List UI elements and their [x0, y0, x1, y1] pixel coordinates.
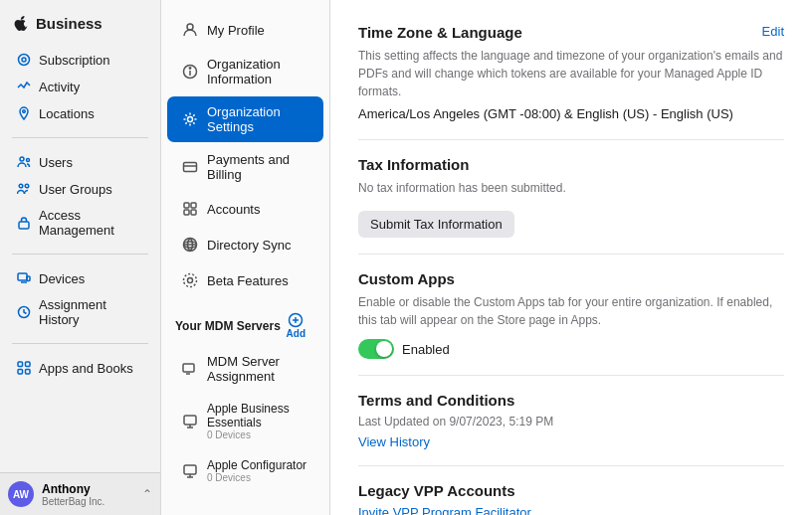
legacy-vpp-title: Legacy VPP Accounts [358, 482, 515, 499]
mdm-server-assignment-icon [181, 360, 199, 378]
svg-point-4 [27, 159, 30, 162]
user-name: Anthony [42, 482, 104, 496]
middle-item-organization-info[interactable]: Organization Information [167, 49, 323, 94]
middle-item-apple-business-essentials[interactable]: Apple Business Essentials 0 Devices [167, 394, 323, 448]
svg-point-0 [19, 55, 30, 66]
locations-icon [16, 105, 32, 121]
svg-rect-14 [26, 370, 31, 375]
users-icon [16, 154, 32, 170]
middle-item-apple-configurator[interactable]: Apple Configurator 0 Devices [167, 450, 323, 491]
submit-tax-button[interactable]: Submit Tax Information [358, 211, 514, 238]
divider-4 [358, 465, 784, 466]
timezone-description: This setting affects the language and ti… [358, 47, 784, 100]
apps-books-icon [16, 360, 32, 376]
svg-rect-36 [184, 416, 196, 425]
svg-point-2 [23, 110, 26, 113]
sidebar-item-user-groups[interactable]: User Groups [4, 176, 156, 202]
svg-rect-23 [191, 203, 196, 208]
svg-rect-11 [18, 362, 23, 367]
middle-item-mdm-server-assignment[interactable]: MDM Server Assignment [167, 346, 323, 392]
legacy-vpp-header: Legacy VPP Accounts [358, 482, 784, 499]
middle-panel: My Profile Organization Information Orga… [161, 0, 330, 515]
middle-item-payments-billing[interactable]: Payments and Billing [167, 144, 323, 190]
main-content: Time Zone & Language Edit This setting a… [330, 0, 812, 515]
svg-point-5 [19, 184, 23, 188]
view-history-link[interactable]: View History [358, 434, 430, 449]
subscription-icon [16, 52, 32, 68]
divider-2 [358, 254, 784, 255]
svg-point-1 [22, 58, 26, 62]
svg-rect-34 [183, 364, 194, 372]
custom-apps-toggle[interactable] [358, 339, 394, 359]
svg-rect-8 [18, 273, 27, 280]
sidebar-divider-2 [12, 254, 148, 255]
access-management-icon [16, 215, 32, 231]
apple-business-essentials-icon [181, 413, 199, 430]
middle-item-accounts[interactable]: Accounts [167, 192, 323, 226]
sidebar: Business Subscription Activity Locations [0, 0, 161, 515]
sidebar-item-users[interactable]: Users [4, 149, 156, 175]
user-chevron-icon[interactable]: ⌃ [142, 487, 152, 501]
middle-item-organization-settings[interactable]: Organization Settings [167, 96, 323, 142]
invite-vpp-link[interactable]: Invite VPP Program Facilitator... [358, 505, 541, 515]
svg-rect-7 [19, 222, 29, 229]
apple-configurator-icon [181, 462, 199, 480]
svg-point-15 [187, 24, 193, 30]
divider-1 [358, 139, 784, 140]
sidebar-item-activity[interactable]: Activity [4, 74, 156, 99]
current-user: AW Anthony BetterBag Inc. [8, 481, 104, 507]
activity-icon [16, 79, 32, 94]
custom-apps-header: Custom Apps [358, 270, 784, 287]
tax-description: No tax information has been submitted. [358, 179, 784, 197]
svg-rect-39 [184, 465, 196, 474]
svg-rect-13 [18, 370, 23, 375]
sidebar-item-devices[interactable]: Devices [4, 265, 156, 291]
custom-apps-title: Custom Apps [358, 270, 455, 287]
svg-rect-20 [184, 163, 197, 172]
svg-point-30 [184, 274, 197, 287]
sidebar-item-assignment-history[interactable]: Assignment History [4, 292, 156, 332]
app-logo: Business [0, 0, 160, 42]
directory-sync-icon [181, 236, 199, 254]
sidebar-item-access-management[interactable]: Access Management [4, 203, 156, 243]
sidebar-item-subscription[interactable]: Subscription [4, 47, 156, 73]
mdm-section-title: Your MDM Servers Add [161, 298, 329, 345]
assignment-history-icon [16, 304, 32, 320]
svg-point-18 [189, 68, 190, 69]
timezone-title: Time Zone & Language [358, 24, 522, 41]
terms-last-updated: Last Updated on 9/07/2023, 5:19 PM [358, 415, 784, 429]
timezone-value: America/Los Angeles (GMT -08:00) & Engli… [358, 106, 784, 121]
svg-point-19 [188, 117, 193, 122]
middle-item-my-profile[interactable]: My Profile [167, 13, 323, 47]
toggle-knob [376, 341, 392, 357]
svg-point-6 [25, 184, 29, 188]
middle-item-beta-features[interactable]: Beta Features [167, 263, 323, 297]
sidebar-divider-1 [12, 137, 148, 138]
accounts-icon [181, 200, 199, 218]
divider-3 [358, 375, 784, 376]
svg-rect-12 [26, 362, 31, 367]
svg-rect-24 [184, 210, 189, 215]
tax-title: Tax Information [358, 156, 469, 173]
my-profile-icon [181, 21, 199, 39]
terms-header: Terms and Conditions [358, 392, 784, 409]
add-mdm-button[interactable]: Add [287, 312, 305, 339]
middle-item-directory-sync[interactable]: Directory Sync [167, 228, 323, 261]
custom-apps-toggle-label: Enabled [402, 342, 450, 357]
svg-rect-9 [27, 276, 30, 281]
sidebar-item-apps-books[interactable]: Apps and Books [4, 355, 156, 381]
org-info-icon [181, 63, 199, 81]
sidebar-item-locations[interactable]: Locations [4, 100, 156, 126]
org-settings-icon [181, 110, 199, 128]
sidebar-devices-section: Devices Assignment History [0, 260, 160, 337]
sidebar-apps-section: Apps and Books [0, 350, 160, 386]
svg-point-29 [188, 278, 193, 283]
sidebar-users-section: Users User Groups Access Management [0, 144, 160, 248]
timezone-edit-button[interactable]: Edit [762, 24, 784, 39]
user-groups-icon [16, 181, 32, 197]
devices-icon [16, 270, 32, 286]
user-info: Anthony BetterBag Inc. [42, 482, 104, 507]
svg-point-3 [20, 157, 24, 161]
svg-rect-22 [184, 203, 189, 208]
svg-rect-25 [191, 210, 196, 215]
